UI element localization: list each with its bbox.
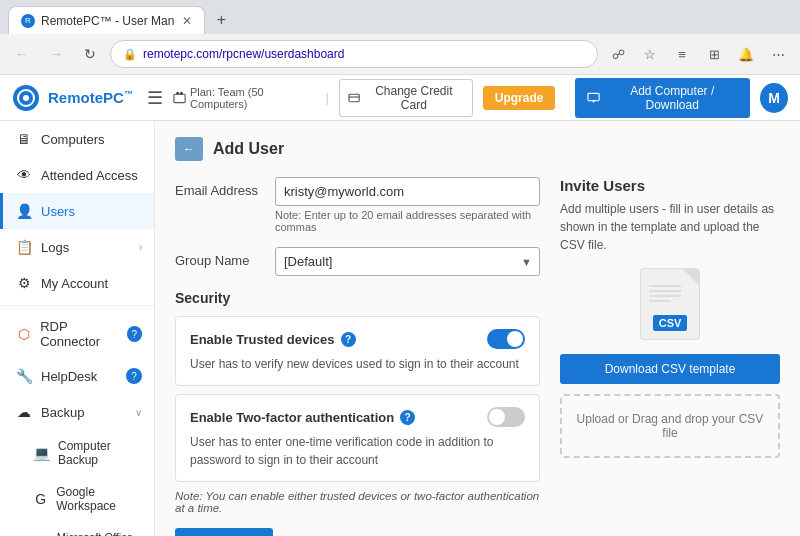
- change-credit-card-button[interactable]: Change Credit Card: [339, 79, 473, 117]
- helpdesk-icon: 🔧: [15, 367, 33, 385]
- email-row: Email Address Note: Enter up to 20 email…: [175, 177, 540, 233]
- form-main: Email Address Note: Enter up to 20 email…: [175, 177, 540, 536]
- my-account-icon: ⚙: [15, 274, 33, 292]
- change-credit-label: Change Credit Card: [364, 84, 464, 112]
- sidebar-label-attended-access: Attended Access: [41, 168, 138, 183]
- add-computer-label: Add Computer / Download: [606, 84, 737, 112]
- sidebar-item-google-workspace[interactable]: G Google Workspace: [0, 476, 154, 522]
- sidebar-label-google-workspace: Google Workspace: [56, 485, 142, 513]
- page-title: Add User: [213, 140, 284, 158]
- attended-access-icon: 👁: [15, 166, 33, 184]
- csv-file-corner: [683, 269, 699, 285]
- rdp-help-badge[interactable]: ?: [127, 326, 142, 342]
- sidebar-item-backup[interactable]: ☁ Backup ∨: [0, 394, 154, 430]
- bookmark-icon[interactable]: ☆: [636, 40, 664, 68]
- menu-icon[interactable]: ≡: [668, 40, 696, 68]
- action-row: Invite User Cancel: [175, 528, 540, 536]
- credit-card-icon: [348, 91, 360, 104]
- sidebar-item-logs[interactable]: 📋 Logs ›: [0, 229, 154, 265]
- sidebar-item-computer-backup[interactable]: 💻 Computer Backup: [0, 430, 154, 476]
- sidebar-label-users: Users: [41, 204, 75, 219]
- sidebar-label-logs: Logs: [41, 240, 69, 255]
- csv-icon-area: CSV: [560, 268, 780, 340]
- invite-panel-title: Invite Users: [560, 177, 780, 194]
- new-tab-button[interactable]: +: [209, 8, 233, 32]
- two-factor-desc: User has to enter one-time verification …: [190, 433, 525, 469]
- sidebar-item-microsoft-office[interactable]: ⊞ Microsoft Office 365: [0, 522, 154, 536]
- download-csv-button[interactable]: Download CSV template: [560, 354, 780, 384]
- two-factor-card: Enable Two-factor authentication ? User …: [175, 394, 540, 482]
- sidebar-label-computer-backup: Computer Backup: [58, 439, 142, 467]
- security-title: Security: [175, 290, 540, 306]
- address-box[interactable]: 🔒 remotepc.com/rpcnew/userdashboard: [110, 40, 598, 68]
- two-factor-title: Enable Two-factor authentication: [190, 410, 394, 425]
- logs-icon: 📋: [15, 238, 33, 256]
- tab-title: RemotePC™ - User Man: [41, 14, 174, 28]
- users-icon: 👤: [15, 202, 33, 220]
- trusted-devices-toggle[interactable]: [487, 329, 525, 349]
- refresh-nav-button[interactable]: ↻: [76, 40, 104, 68]
- form-layout: Email Address Note: Enter up to 20 email…: [175, 177, 780, 536]
- sidebar-label-backup: Backup: [41, 405, 84, 420]
- sidebar-label-computers: Computers: [41, 132, 105, 147]
- logo-text: RemotePC™: [48, 89, 133, 106]
- profile-icon[interactable]: 🔔: [732, 40, 760, 68]
- two-factor-toggle[interactable]: [487, 407, 525, 427]
- backup-icon: ☁: [15, 403, 33, 421]
- plan-badge: Plan: Team (50 Computers): [173, 86, 316, 110]
- lock-icon: 🔒: [123, 48, 137, 61]
- user-avatar[interactable]: M: [760, 83, 788, 113]
- invite-user-button[interactable]: Invite User: [175, 528, 273, 536]
- helpdesk-help-badge[interactable]: ?: [126, 368, 142, 384]
- trusted-devices-title-area: Enable Trusted devices ?: [190, 332, 356, 347]
- sidebar-item-computers[interactable]: 🖥 Computers: [0, 121, 154, 157]
- upgrade-button[interactable]: Upgrade: [483, 86, 556, 110]
- address-text: remotepc.com/rpcnew/userdashboard: [143, 47, 585, 61]
- extensions-icon[interactable]: ⊞: [700, 40, 728, 68]
- forward-nav-button[interactable]: →: [42, 40, 70, 68]
- invite-panel-desc: Add multiple users - fill in user detail…: [560, 200, 780, 254]
- two-factor-help-icon[interactable]: ?: [400, 410, 415, 425]
- group-row: Group Name [Default] Group 1 Group 2 ▼: [175, 247, 540, 276]
- upload-dropzone[interactable]: Upload or Drag and drop your CSV file: [560, 394, 780, 458]
- svg-rect-3: [174, 94, 185, 102]
- group-select[interactable]: [Default] Group 1 Group 2: [275, 247, 540, 276]
- svg-point-2: [23, 95, 29, 101]
- back-nav-button[interactable]: ←: [8, 40, 36, 68]
- logo-area: RemotePC™: [12, 84, 133, 112]
- two-factor-title-area: Enable Two-factor authentication ?: [190, 410, 415, 425]
- backup-arrow-icon: ∨: [135, 407, 142, 418]
- active-tab[interactable]: R RemotePC™ - User Man ✕: [8, 6, 205, 34]
- hamburger-menu-icon[interactable]: ☰: [147, 87, 163, 109]
- monitor-icon: [587, 91, 600, 105]
- more-menu-icon[interactable]: ⋯: [764, 40, 792, 68]
- csv-file-icon: CSV: [640, 268, 700, 340]
- group-select-wrapper: [Default] Group 1 Group 2 ▼: [275, 247, 540, 276]
- two-factor-header: Enable Two-factor authentication ?: [190, 407, 525, 427]
- svg-rect-6: [588, 93, 599, 100]
- plan-icon: [173, 91, 186, 105]
- invite-panel: Invite Users Add multiple users - fill i…: [560, 177, 780, 536]
- sidebar-item-attended-access[interactable]: 👁 Attended Access: [0, 157, 154, 193]
- email-input[interactable]: [275, 177, 540, 206]
- back-button[interactable]: ←: [175, 137, 203, 161]
- browser-chrome: R RemotePC™ - User Man ✕ + ← → ↻ 🔒 remot…: [0, 0, 800, 75]
- trusted-devices-desc: User has to verify new devices used to s…: [190, 355, 525, 373]
- logo-icon: [12, 84, 40, 112]
- trusted-devices-help-icon[interactable]: ?: [341, 332, 356, 347]
- sidebar-label-my-account: My Account: [41, 276, 108, 291]
- sidebar-item-users[interactable]: 👤 Users: [0, 193, 154, 229]
- trusted-devices-title: Enable Trusted devices: [190, 332, 335, 347]
- tab-close-icon[interactable]: ✕: [182, 14, 192, 28]
- google-workspace-icon: G: [33, 490, 48, 508]
- computers-icon: 🖥: [15, 130, 33, 148]
- reader-view-icon[interactable]: ☍: [604, 40, 632, 68]
- sidebar-item-helpdesk[interactable]: 🔧 HelpDesk ?: [0, 358, 154, 394]
- add-computer-button[interactable]: Add Computer / Download: [575, 78, 750, 118]
- sidebar-item-my-account[interactable]: ⚙ My Account: [0, 265, 154, 301]
- sidebar-item-rdp-connector[interactable]: ⬡ RDP Connector ?: [0, 310, 154, 358]
- email-control-area: Note: Enter up to 20 email addresses sep…: [275, 177, 540, 233]
- trusted-devices-card: Enable Trusted devices ? User has to ver…: [175, 316, 540, 386]
- content-area: ← Add User Email Address Note: Enter up …: [155, 121, 800, 536]
- tab-favicon: R: [21, 14, 35, 28]
